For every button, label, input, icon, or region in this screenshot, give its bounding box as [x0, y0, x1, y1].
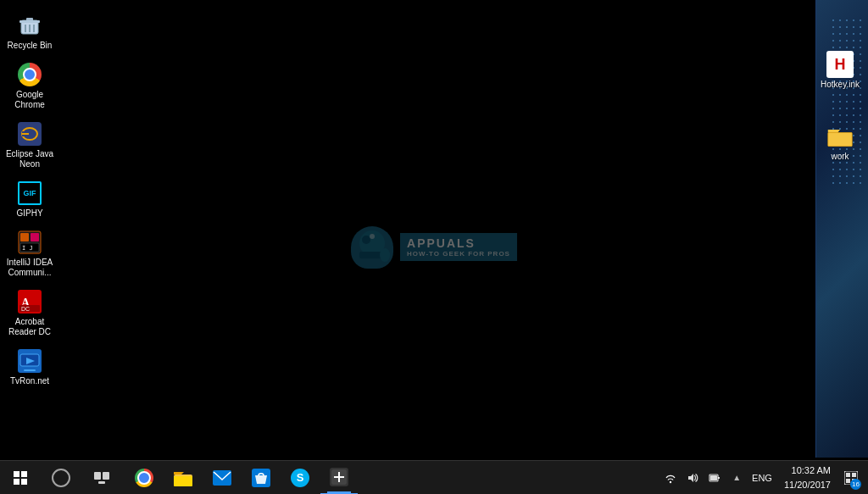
svg-rect-37	[98, 481, 105, 484]
taskbar-active-app[interactable]	[320, 461, 358, 495]
svg-point-30	[380, 248, 390, 262]
svg-point-27	[362, 236, 370, 244]
taskbar-left	[0, 461, 122, 494]
desktop-icon-google-chrome[interactable]: Google Chrome	[3, 58, 57, 114]
svg-rect-23	[24, 369, 36, 371]
watermark: APPUALS HOW-TO GEEK FOR PROS	[351, 226, 517, 269]
taskbar: S	[0, 460, 868, 494]
svg-rect-49	[718, 477, 720, 479]
acrobat-icon: A DC	[16, 288, 43, 315]
battery-icon	[709, 472, 721, 484]
clock-time: 10:32 AM	[792, 463, 831, 478]
eclipse-label: Eclipse Java Neon	[4, 149, 55, 169]
hotkey-label: Hotkey.ink	[821, 80, 860, 89]
desktop: Recycle Bin Google Chrome Eclipse Java N…	[0, 0, 868, 494]
chrome-icon	[16, 61, 43, 88]
battery-tray-icon[interactable]	[704, 461, 725, 495]
tvron-label: TvRon.net	[10, 376, 49, 386]
cortana-icon	[52, 469, 70, 487]
recycle-bin-label: Recycle Bin	[8, 41, 53, 51]
eclipse-icon	[16, 120, 43, 147]
svg-rect-39	[174, 476, 192, 486]
acrobat-label: Acrobat Reader DC	[4, 317, 55, 337]
show-hidden-icons[interactable]: ▲	[726, 461, 747, 495]
work-label: work	[831, 152, 849, 161]
tvron-icon	[16, 347, 43, 375]
skype-icon: S	[291, 469, 309, 487]
clock[interactable]: 10:32 AM 11/20/2017	[777, 461, 837, 495]
intellij-icon: I J	[16, 229, 43, 256]
store-icon	[252, 469, 270, 487]
giphy-label: GIPHY	[16, 208, 42, 219]
desktop-icons-left: Recycle Bin Google Chrome Eclipse Java N…	[0, 0, 59, 458]
taskbar-store[interactable]	[242, 461, 280, 495]
cortana-button[interactable]	[41, 461, 81, 495]
svg-text:DC: DC	[21, 306, 30, 312]
taskbar-file-explorer[interactable]	[164, 461, 202, 495]
watermark-text: APPUALS HOW-TO GEEK FOR PROS	[400, 233, 517, 261]
wifi-icon	[665, 472, 676, 484]
svg-point-28	[370, 234, 375, 239]
svg-rect-32	[21, 471, 27, 477]
watermark-logo	[351, 226, 393, 269]
svg-rect-33	[14, 479, 19, 485]
svg-rect-25	[828, 133, 852, 147]
network-tray-icon[interactable]	[660, 461, 681, 495]
svg-rect-34	[21, 479, 27, 485]
svg-point-46	[670, 480, 671, 482]
desktop-icon-giphy[interactable]: GIF GIPHY	[3, 176, 57, 222]
svg-rect-53	[852, 473, 856, 477]
desktop-icon-recycle-bin[interactable]: Recycle Bin	[3, 8, 57, 54]
mail-icon	[213, 470, 231, 486]
notification-badge: 16	[850, 479, 861, 490]
svg-rect-36	[103, 472, 109, 480]
chrome-label: Google Chrome	[4, 90, 55, 110]
svg-rect-50	[710, 475, 717, 480]
task-view-button[interactable]	[81, 461, 122, 495]
svg-rect-52	[846, 473, 850, 477]
desktop-icon-acrobat[interactable]: A DC Acrobat Reader DC	[3, 285, 57, 341]
desktop-icon-work-folder[interactable]: work	[816, 123, 864, 161]
desktop-icons-right: H Hotkey.ink work	[816, 51, 864, 161]
taskbar-apps: S	[122, 461, 361, 494]
active-app-icon	[330, 468, 348, 486]
clock-date: 11/20/2017	[784, 478, 831, 492]
desktop-icon-eclipse[interactable]: Eclipse Java Neon	[3, 117, 57, 173]
active-indicator	[327, 491, 351, 493]
volume-icon	[687, 472, 698, 484]
svg-rect-13	[31, 233, 39, 241]
desktop-icon-tvron[interactable]: TvRon.net	[3, 344, 57, 390]
language-indicator[interactable]: ENG	[748, 461, 776, 495]
svg-rect-12	[20, 233, 29, 241]
volume-tray-icon[interactable]	[682, 461, 703, 495]
svg-marker-47	[688, 474, 693, 482]
svg-rect-31	[14, 471, 19, 477]
file-explorer-icon	[174, 469, 192, 486]
desktop-icon-intellij[interactable]: I J IntelliJ IDEA Communi...	[3, 225, 57, 281]
hotkey-icon: H	[826, 51, 854, 78]
system-tray: ▲ ENG 10:32 AM 11/20/2017 16	[660, 461, 868, 494]
start-button[interactable]	[0, 461, 41, 495]
svg-text:I J: I J	[22, 245, 33, 252]
taskbar-chrome[interactable]	[125, 461, 163, 495]
desktop-icon-hotkey-ink[interactable]: H Hotkey.ink	[816, 51, 864, 89]
svg-rect-22	[27, 367, 32, 369]
intellij-label: IntelliJ IDEA Communi...	[4, 258, 55, 278]
work-folder-icon	[826, 123, 854, 150]
taskbar-skype[interactable]: S	[281, 461, 319, 495]
svg-rect-35	[94, 472, 101, 480]
svg-rect-2	[19, 20, 40, 23]
recycle-bin-icon	[16, 12, 43, 39]
taskbar-mail[interactable]	[203, 461, 241, 495]
taskbar-chrome-icon	[135, 469, 153, 487]
notifications-button[interactable]: 16	[839, 461, 863, 495]
giphy-icon: GIF	[16, 180, 43, 207]
svg-rect-40	[213, 470, 231, 486]
